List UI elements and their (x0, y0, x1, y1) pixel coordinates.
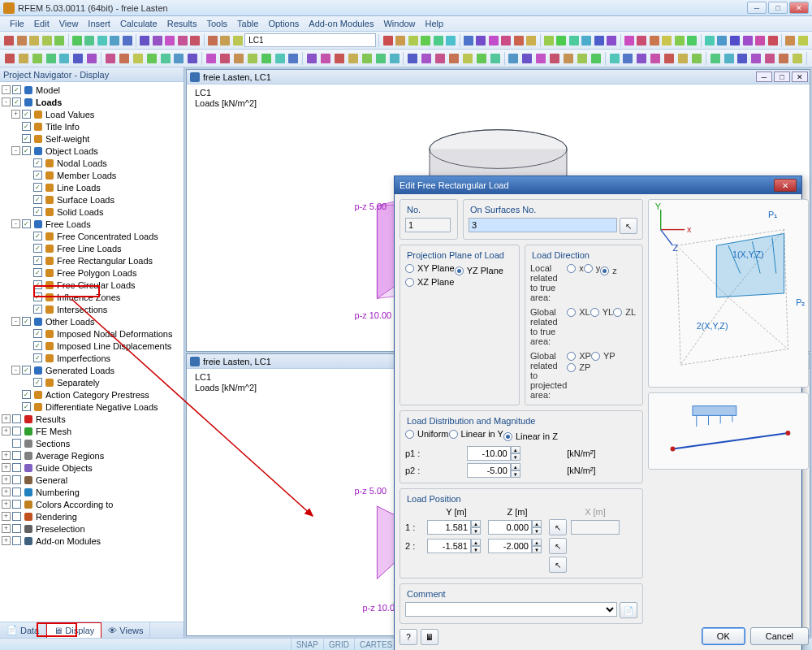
tree-item[interactable]: Free Circular Loads (0, 279, 184, 291)
toolbar-button[interactable] (777, 52, 790, 65)
dir-local-option[interactable]: z (600, 266, 617, 275)
toolbar-button[interactable] (122, 34, 134, 47)
toolbar-button[interactable] (741, 34, 754, 47)
tree-item[interactable]: +Results (0, 413, 184, 425)
toolbar-button[interactable] (594, 34, 606, 47)
menu-window[interactable]: Window (378, 19, 420, 28)
tree-item[interactable]: -Free Loads (0, 218, 184, 230)
menu-view[interactable]: View (54, 19, 84, 28)
menu-insert[interactable]: Insert (83, 19, 115, 28)
tree-item[interactable]: Action Category Prestress (0, 388, 184, 401)
pos2-y[interactable]: ▲▼ (427, 539, 486, 553)
toolbar-button[interactable] (784, 34, 797, 47)
toolbar-button[interactable] (31, 52, 44, 65)
projection-option[interactable]: XY Plane (405, 263, 455, 273)
toolbar-button[interactable] (71, 34, 84, 47)
toolbar-button[interactable] (608, 52, 621, 65)
mdi-max[interactable]: □ (774, 72, 790, 82)
toolbar-button[interactable] (661, 34, 673, 47)
toolbar-button[interactable] (232, 34, 244, 47)
menu-help[interactable]: Help (421, 19, 449, 28)
calc-button[interactable]: 🖩 (421, 629, 438, 645)
toolbar-button[interactable] (45, 52, 58, 65)
toolbar-button[interactable] (420, 52, 433, 65)
tab-data[interactable]: 📄Data (0, 622, 46, 638)
dialog-close-button[interactable]: ✕ (774, 179, 797, 192)
toolbar-button[interactable] (305, 52, 318, 65)
toolbar-button[interactable] (287, 52, 300, 65)
dir-local-option[interactable]: x (567, 263, 584, 273)
tree-item[interactable]: Sections (0, 437, 184, 449)
toolbar-button[interactable] (3, 34, 15, 47)
toolbar-button[interactable] (704, 34, 716, 47)
toolbar-button[interactable] (16, 34, 28, 47)
toolbar-button[interactable] (219, 34, 231, 47)
tree-item[interactable]: Solid Loads (0, 206, 184, 218)
toolbar-button[interactable] (622, 52, 635, 65)
toolbar-button[interactable] (581, 34, 593, 47)
pos1-y[interactable]: ▲▼ (427, 520, 486, 535)
toolbar-button[interactable] (434, 52, 447, 65)
tree-item[interactable]: Title Info (0, 120, 184, 132)
toolbar-button[interactable] (562, 52, 575, 65)
toolbar-button[interactable] (274, 52, 287, 65)
tree-item[interactable]: +Numbering (0, 486, 184, 498)
tree-item[interactable]: Free Rectangular Loads (0, 254, 184, 266)
toolbar-button[interactable] (85, 52, 98, 65)
tree-item[interactable]: +Load Values (0, 108, 184, 120)
toolbar-button[interactable] (649, 52, 662, 65)
menu-results[interactable]: Results (162, 19, 202, 28)
tree-item[interactable]: -Model (0, 84, 184, 96)
tree-item[interactable]: Free Line Loads (0, 242, 184, 254)
tree-item[interactable]: Intersections (0, 303, 184, 315)
menu-addons[interactable]: Add-on Modules (304, 19, 378, 28)
menu-calculate[interactable]: Calculate (115, 19, 162, 28)
toolbar-button[interactable] (232, 52, 245, 65)
status-grid[interactable]: GRID (323, 639, 354, 650)
tree-item[interactable]: -Other Loads (0, 315, 184, 327)
tree-item[interactable]: -Object Loads (0, 145, 184, 157)
toolbar-button[interactable] (508, 52, 520, 65)
minimize-button[interactable]: ─ (747, 2, 767, 14)
mdi-close[interactable]: ✕ (792, 72, 808, 82)
toolbar-button[interactable] (97, 34, 109, 47)
ok-button[interactable]: OK (702, 627, 745, 645)
toolbar-button[interactable] (749, 52, 762, 65)
surfaces-input[interactable] (469, 218, 617, 232)
toolbar-button[interactable] (347, 52, 360, 65)
tree-item[interactable]: +Guide Objects (0, 462, 184, 474)
toolbar-button[interactable] (177, 34, 189, 47)
pos1-z[interactable]: ▲▼ (488, 520, 546, 535)
distribution-option[interactable]: Linear in Y (449, 429, 503, 439)
menu-tools[interactable]: Tools (201, 19, 232, 28)
loadcase-input[interactable] (244, 33, 376, 47)
toolbar-button[interactable] (475, 34, 487, 47)
cancel-button[interactable]: Cancel (750, 627, 809, 645)
toolbar-button[interactable] (71, 52, 84, 65)
tree-item[interactable]: +Colors According to (0, 498, 184, 510)
toolbar-button[interactable] (41, 34, 54, 47)
toolbar-button[interactable] (84, 34, 96, 47)
toolbar-button[interactable] (189, 34, 201, 47)
tree-item[interactable]: +Add-on Modules (0, 535, 184, 547)
tab-display[interactable]: 🖥Display (46, 622, 102, 638)
pick-pos-extra-button[interactable]: ↖ (549, 557, 567, 573)
toolbar-button[interactable] (542, 34, 555, 47)
projection-option[interactable]: XZ Plane (405, 277, 454, 287)
toolbar-button[interactable] (58, 52, 71, 65)
p2-spinner[interactable]: ▲▼ (467, 463, 562, 478)
dir-local-option[interactable]: y (584, 263, 601, 273)
toolbar-button[interactable] (246, 52, 259, 65)
toolbar-button[interactable] (513, 34, 525, 47)
tree-item[interactable]: +Rendering (0, 510, 184, 522)
tree-item[interactable]: Free Polygon Loads (0, 266, 184, 279)
dir-proj-option[interactable]: YP (591, 351, 615, 361)
toolbar-button[interactable] (736, 52, 749, 65)
comment-lib-button[interactable]: 📄 (620, 602, 637, 618)
tree-item[interactable]: Member Loads (0, 169, 184, 181)
distribution-option[interactable]: Uniform (405, 429, 449, 439)
toolbar-button[interactable] (260, 52, 273, 65)
toolbar-button[interactable] (462, 34, 474, 47)
toolbar-button[interactable] (186, 52, 199, 65)
tree-item[interactable]: +Preselection (0, 522, 184, 535)
